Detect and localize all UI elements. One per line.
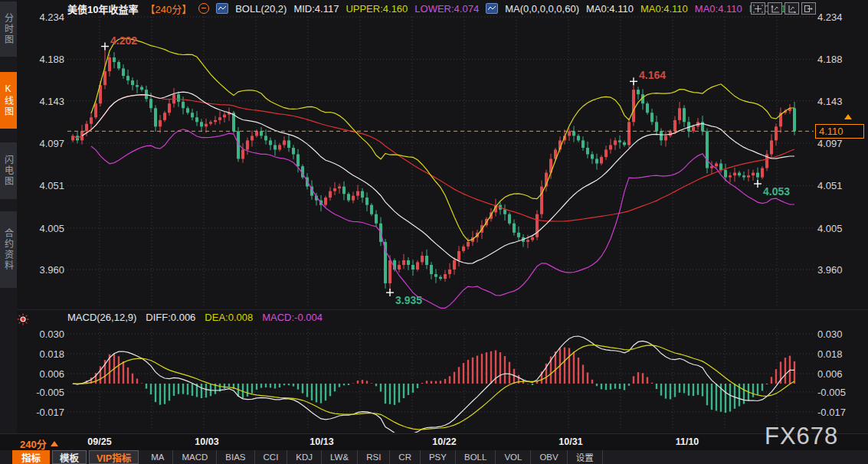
- macd-name[interactable]: MACD(26,12,9): [67, 312, 136, 323]
- boll-upper: UPPER:4.160: [346, 3, 408, 15]
- instrument-title: 美债10年收益率: [67, 2, 138, 16]
- ma-value-1: MA0:4.110: [586, 3, 634, 15]
- bottom-tab[interactable]: MA: [142, 450, 173, 464]
- date-tick-label: 10/03: [189, 436, 224, 447]
- boll-lower: LOWER:4.074: [414, 3, 479, 15]
- macd-diff: DIFF:0.006: [146, 312, 195, 323]
- bottom-tab[interactable]: CCI: [255, 450, 288, 464]
- pan-icon[interactable]: [751, 2, 765, 15]
- ma-name: MA(0,0,0,0,0,60): [505, 3, 579, 15]
- axis-label: 4.234: [29, 11, 64, 23]
- ma-indicator-icon[interactable]: [486, 3, 498, 14]
- axis-label: 4.051: [29, 180, 64, 191]
- alert-icon[interactable]: [17, 313, 29, 325]
- indicator-tab-bar: 指标模板VIP指标MAMACDBIASCCIKDJLW&RSICRPSYBOLL…: [0, 450, 868, 464]
- axis-label: 0.018: [817, 348, 863, 360]
- current-price-tag: 4.110: [815, 124, 864, 139]
- bottom-tab[interactable]: PSY: [421, 450, 456, 464]
- ma-value-3: MA0:4.110: [695, 3, 742, 15]
- axis-label: 4.097: [817, 138, 863, 149]
- bottom-tab[interactable]: CR: [390, 450, 421, 464]
- chart-canvas[interactable]: 4.2023.9354.1644.053: [0, 0, 868, 464]
- ma-value-2: MA0:4.110: [640, 3, 688, 15]
- boll-name: BOLL(20,2): [235, 3, 287, 15]
- axis-label: 4.143: [817, 96, 863, 107]
- date-tick-label: 10/22: [427, 436, 462, 447]
- macd-value: MACD:-0.004: [262, 312, 323, 323]
- axis-label: 0.006: [817, 368, 863, 380]
- axis-label: 0.006: [29, 368, 64, 380]
- axis-label: 4.188: [29, 54, 64, 65]
- bottom-tab[interactable]: BOLL: [456, 450, 496, 464]
- axis-label: 0.030: [817, 328, 863, 340]
- bottom-tab[interactable]: LW&: [322, 450, 358, 464]
- bottom-tab[interactable]: VIP指标: [89, 450, 139, 464]
- svg-text:4.053: 4.053: [763, 185, 790, 198]
- axis-label: 4.188: [817, 54, 863, 65]
- bottom-tab[interactable]: BIAS: [217, 450, 254, 464]
- svg-text:4.164: 4.164: [639, 69, 666, 81]
- period-label[interactable]: 【240分】: [145, 2, 192, 16]
- bottom-tab[interactable]: MACD: [173, 450, 217, 464]
- axis-label: 3.960: [29, 264, 64, 276]
- axis-label: 0.030: [29, 328, 64, 340]
- axis-label: 4.005: [29, 223, 64, 234]
- bottom-tab[interactable]: 模板: [52, 450, 87, 464]
- zoom-y-axis-icon[interactable]: [768, 2, 782, 15]
- period-selector[interactable]: 240分: [20, 436, 58, 451]
- axis-label: 4.097: [29, 138, 64, 149]
- macd-header: MACD(26,12,9) DIFF:0.006 DEA:0.008 MACD:…: [67, 312, 323, 323]
- date-tick-label: 10/31: [553, 436, 588, 447]
- bottom-tab[interactable]: KDJ: [287, 450, 322, 464]
- bottom-tab[interactable]: OBV: [531, 450, 567, 464]
- date-tick-label: 10/13: [304, 436, 339, 447]
- chevron-up-icon: [51, 441, 58, 446]
- boll-mid: MID:4.117: [293, 3, 339, 15]
- axis-label: 4.234: [817, 11, 863, 23]
- bottom-tab[interactable]: VOL: [496, 450, 531, 464]
- axis-label: -0.005: [817, 387, 863, 398]
- axis-label: 0.018: [29, 348, 64, 360]
- svg-text:4.202: 4.202: [110, 34, 137, 47]
- bottom-tab[interactable]: 设置: [568, 450, 603, 464]
- axis-label: 4.005: [817, 223, 863, 234]
- time-axis-row: 240分 09/2510/0310/1310/2210/3111/10: [0, 433, 868, 451]
- boll-indicator-icon[interactable]: [216, 3, 228, 14]
- axis-label: -0.005: [29, 387, 64, 398]
- window-controls: [751, 2, 816, 15]
- axis-label: -0.017: [29, 407, 64, 418]
- collapse-icon[interactable]: [198, 3, 209, 14]
- axis-label: 4.051: [817, 180, 863, 191]
- bottom-tab[interactable]: RSI: [358, 450, 390, 464]
- axis-label: -0.017: [817, 407, 863, 418]
- watermark: FX678: [765, 423, 838, 450]
- trading-app-window: 4.2023.9354.1644.053 4.2344.2344.1884.18…: [0, 0, 868, 464]
- date-tick-label: 11/10: [670, 436, 705, 447]
- chart-header: 美债10年收益率 【240分】 BOLL(20,2) MID:4.117 UPP…: [67, 0, 786, 17]
- date-tick-label: 09/25: [82, 436, 117, 447]
- bottom-tab[interactable]: 指标: [12, 450, 50, 464]
- export-icon[interactable]: [801, 2, 816, 15]
- price-up-arrow-icon: [844, 114, 852, 119]
- axis-label: 4.143: [29, 96, 64, 107]
- axis-label: 3.960: [817, 264, 863, 276]
- zoom-x-axis-icon[interactable]: [784, 2, 799, 15]
- period-selector-label: 240分: [20, 436, 47, 451]
- svg-text:3.935: 3.935: [395, 294, 422, 306]
- macd-dea: DEA:0.008: [205, 312, 253, 323]
